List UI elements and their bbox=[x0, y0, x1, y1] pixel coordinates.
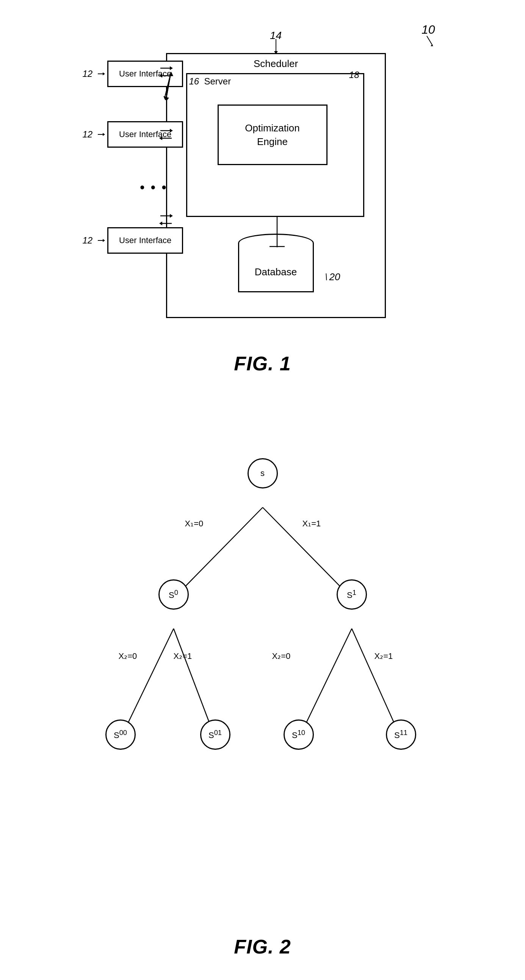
ellipsis-row: • • • bbox=[124, 182, 184, 193]
ref12-arrow-3 bbox=[96, 237, 105, 244]
edge-label-x1-0: X₁=0 bbox=[185, 519, 204, 529]
edge-label-x2-1-s0: X₂=1 bbox=[174, 651, 192, 661]
fig2-diagram: s S0 S1 S00 S01 S10 S11 bbox=[83, 436, 443, 928]
ref-18: 18 bbox=[349, 70, 359, 80]
fig1-label: FIG. 1 bbox=[234, 352, 291, 375]
fig2-label: FIG. 2 bbox=[234, 935, 291, 958]
ui-label-3: User Interface bbox=[119, 235, 171, 245]
server-label: Server bbox=[204, 76, 231, 87]
ref12-arrow-1 bbox=[96, 70, 105, 78]
svg-marker-31 bbox=[159, 221, 162, 225]
svg-line-0 bbox=[427, 36, 432, 45]
fig1-diagram: 10 14 Scheduler 16 bbox=[83, 23, 443, 345]
opt-engine-box: OptimizationEngine bbox=[218, 105, 327, 165]
node-s00: S00 bbox=[105, 719, 136, 750]
edge-label-x2-1-s1: X₂=1 bbox=[375, 651, 393, 661]
scheduler-label: Scheduler bbox=[254, 58, 298, 70]
ui1-arrow-svg bbox=[158, 60, 174, 87]
scheduler-box: 14 Scheduler 16 18 Server bbox=[166, 53, 386, 318]
fig2-tree-svg bbox=[83, 436, 443, 928]
edge-label-x2-0-s0: X₂=0 bbox=[119, 651, 137, 661]
svg-marker-27 bbox=[159, 136, 162, 140]
ref-12-3: 12 bbox=[83, 235, 93, 246]
ref-16: 16 bbox=[189, 76, 199, 87]
ref-20: ∖ 20 bbox=[322, 271, 340, 283]
node-s00-label: S00 bbox=[114, 729, 127, 740]
ref12-arrow-2 bbox=[96, 130, 105, 138]
svg-marker-1 bbox=[431, 45, 433, 46]
node-s11-label: S11 bbox=[394, 729, 407, 740]
ref-12-1: 12 bbox=[83, 68, 93, 79]
edge-label-x2-0-s1: X₂=0 bbox=[272, 651, 291, 661]
fig1-section: 10 14 Scheduler 16 bbox=[15, 15, 510, 413]
page-container: 10 14 Scheduler 16 bbox=[0, 0, 525, 980]
ref-12-2: 12 bbox=[83, 129, 93, 140]
node-s1: S1 bbox=[337, 579, 367, 610]
node-s0-label: S0 bbox=[169, 589, 178, 600]
ref10-arrow bbox=[415, 34, 434, 49]
edge-label-x1-1: X₁=1 bbox=[303, 519, 321, 529]
svg-marker-3 bbox=[274, 51, 278, 54]
svg-marker-9 bbox=[103, 133, 105, 136]
engine-db-connector bbox=[235, 217, 319, 266]
server-box: 16 18 Server OptimizationEngine bbox=[186, 73, 364, 217]
ui2-arrow-svg bbox=[158, 123, 174, 150]
node-s01-label: S01 bbox=[209, 729, 222, 740]
ui3-arrow-svg bbox=[158, 208, 174, 235]
node-s01: S01 bbox=[200, 719, 230, 750]
svg-marker-11 bbox=[103, 239, 105, 242]
ref14-arrow bbox=[270, 39, 282, 56]
node-s1-label: S1 bbox=[347, 589, 356, 600]
node-s0: S0 bbox=[158, 579, 189, 610]
node-root-label: s bbox=[260, 468, 265, 478]
svg-marker-29 bbox=[170, 214, 173, 218]
svg-marker-23 bbox=[159, 74, 162, 78]
node-root: s bbox=[247, 458, 278, 488]
opt-engine-label: OptimizationEngine bbox=[245, 121, 300, 149]
node-s10-label: S10 bbox=[292, 729, 305, 740]
svg-marker-25 bbox=[170, 129, 173, 132]
svg-marker-21 bbox=[170, 66, 173, 70]
node-s10: S10 bbox=[284, 719, 314, 750]
database-label: Database bbox=[255, 266, 297, 278]
svg-marker-7 bbox=[103, 72, 105, 75]
fig2-section: s S0 S1 S00 S01 S10 S11 bbox=[15, 436, 510, 980]
node-s11: S11 bbox=[386, 719, 416, 750]
